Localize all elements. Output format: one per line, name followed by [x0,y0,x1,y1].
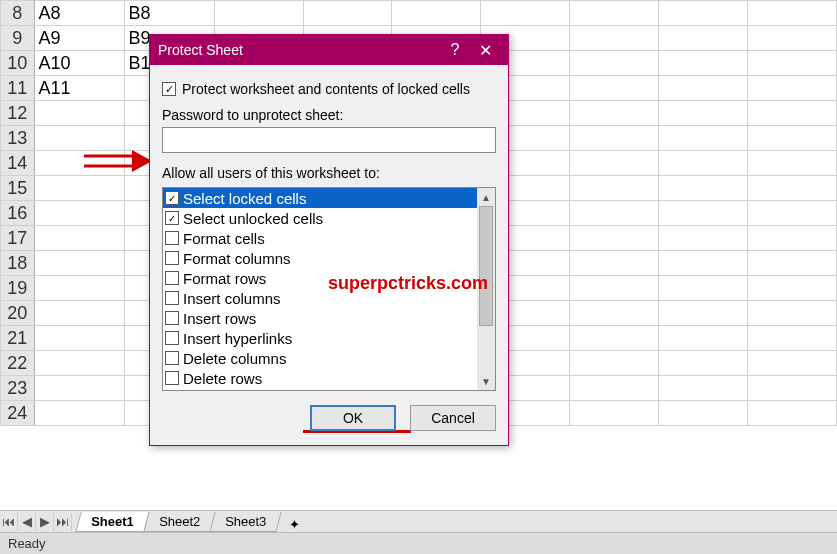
cell[interactable] [570,326,659,351]
permission-option[interactable]: Delete rows [163,368,477,388]
cell[interactable] [659,201,748,226]
cell[interactable] [570,276,659,301]
cell[interactable] [748,1,837,26]
cell[interactable] [748,351,837,376]
sheet-tab[interactable]: Sheet3 [209,512,282,532]
cell[interactable] [570,1,659,26]
row-header[interactable]: 21 [1,326,35,351]
protect-checkbox[interactable]: ✓ [162,82,176,96]
cell[interactable] [659,1,748,26]
row-header[interactable]: 10 [1,51,35,76]
cell[interactable] [748,401,837,426]
cell[interactable]: A8 [34,1,124,26]
row-header[interactable]: 13 [1,126,35,151]
cell[interactable] [34,376,124,401]
cell[interactable] [570,101,659,126]
cell[interactable] [659,226,748,251]
tab-nav-next-icon[interactable]: ▶ [36,513,54,531]
password-input[interactable] [162,127,496,153]
close-icon[interactable]: ✕ [470,41,500,60]
cell[interactable] [748,251,837,276]
cell[interactable] [748,26,837,51]
cell[interactable] [570,176,659,201]
cell[interactable]: A10 [34,51,124,76]
permission-option[interactable]: Format columns [163,248,477,268]
scroll-thumb[interactable] [479,206,493,326]
permission-option[interactable]: Delete columns [163,348,477,368]
cell[interactable] [570,351,659,376]
cancel-button[interactable]: Cancel [410,405,496,431]
row-header[interactable]: 9 [1,26,35,51]
option-checkbox[interactable] [165,291,179,305]
scroll-down-icon[interactable]: ▼ [477,372,495,390]
option-checkbox[interactable] [165,371,179,385]
option-checkbox[interactable] [165,351,179,365]
cell[interactable] [659,276,748,301]
cell[interactable] [748,76,837,101]
protect-checkbox-row[interactable]: ✓ Protect worksheet and contents of lock… [162,81,496,97]
scroll-up-icon[interactable]: ▲ [477,188,495,206]
cell[interactable] [34,176,124,201]
cell[interactable] [570,26,659,51]
cell[interactable] [570,251,659,276]
cell[interactable] [570,151,659,176]
sheet-tab[interactable]: Sheet1 [75,512,149,532]
cell[interactable] [748,126,837,151]
tab-nav-first-icon[interactable]: ⏮ [0,513,18,531]
permission-option[interactable]: ✓Select locked cells [163,188,477,208]
cell[interactable] [659,351,748,376]
permission-option[interactable]: ✓Select unlocked cells [163,208,477,228]
cell[interactable] [659,376,748,401]
cell[interactable] [748,376,837,401]
tab-nav-last-icon[interactable]: ⏭ [54,513,72,531]
cell[interactable] [570,201,659,226]
option-checkbox[interactable] [165,271,179,285]
option-checkbox[interactable] [165,331,179,345]
cell[interactable] [570,126,659,151]
cell[interactable] [570,401,659,426]
permission-option[interactable]: Insert hyperlinks [163,328,477,348]
cell[interactable] [748,201,837,226]
cell[interactable] [748,301,837,326]
cell[interactable] [659,126,748,151]
cell[interactable] [748,326,837,351]
cell[interactable] [570,226,659,251]
cell[interactable] [659,101,748,126]
cell[interactable] [748,276,837,301]
option-checkbox[interactable] [165,231,179,245]
cell[interactable] [34,201,124,226]
option-checkbox[interactable] [165,311,179,325]
cell[interactable] [481,1,570,26]
cell[interactable] [748,101,837,126]
cell[interactable] [34,226,124,251]
row-header[interactable]: 17 [1,226,35,251]
ok-button[interactable]: OK [310,405,396,431]
row-header[interactable]: 18 [1,251,35,276]
option-checkbox[interactable]: ✓ [165,191,179,205]
cell[interactable] [34,251,124,276]
cell[interactable] [570,301,659,326]
cell[interactable] [570,76,659,101]
row-header[interactable]: 24 [1,401,35,426]
cell[interactable] [659,326,748,351]
cell[interactable] [392,1,481,26]
cell[interactable] [34,301,124,326]
cell[interactable] [659,401,748,426]
cell[interactable] [659,26,748,51]
cell[interactable] [34,126,124,151]
cell[interactable] [748,226,837,251]
cell[interactable] [659,76,748,101]
row-header[interactable]: 11 [1,76,35,101]
tab-nav-prev-icon[interactable]: ◀ [18,513,36,531]
row-header[interactable]: 22 [1,351,35,376]
option-checkbox[interactable] [165,251,179,265]
cell[interactable] [570,376,659,401]
cell[interactable] [34,351,124,376]
row-header[interactable]: 23 [1,376,35,401]
cell[interactable] [659,51,748,76]
permission-option[interactable]: Insert rows [163,308,477,328]
row-header[interactable]: 14 [1,151,35,176]
cell[interactable]: B8 [124,1,214,26]
cell[interactable] [659,301,748,326]
cell[interactable]: A11 [34,76,124,101]
